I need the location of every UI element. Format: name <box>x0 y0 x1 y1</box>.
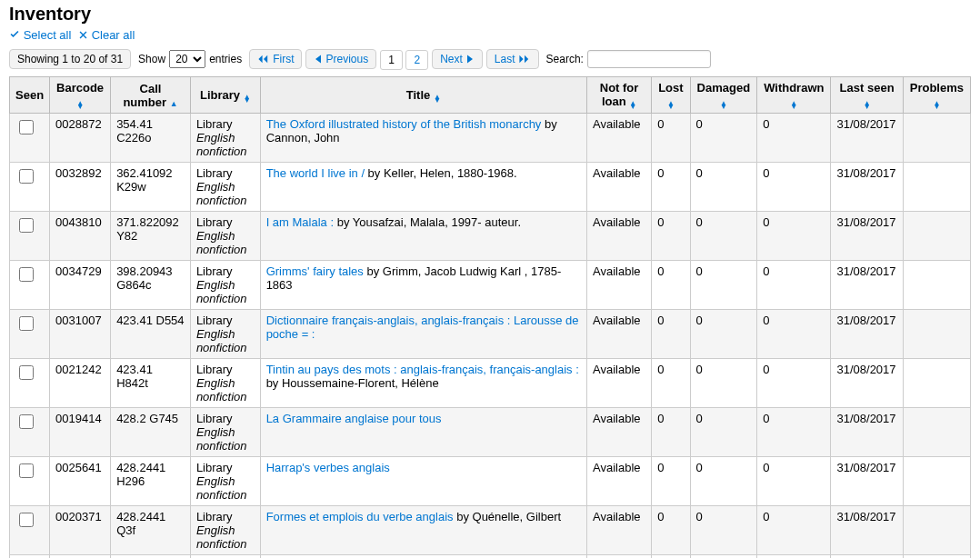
callnum-cell: 362.41092 K29w <box>111 163 191 212</box>
select-all-link[interactable]: Select all <box>9 28 75 42</box>
col-withdrawn[interactable]: Withdrawn ▲▼ <box>757 77 831 114</box>
col-callnum[interactable]: Call number ▲ <box>111 77 191 114</box>
row-checkbox[interactable] <box>19 365 34 380</box>
lost-cell: 0 <box>652 408 690 457</box>
problems-cell <box>903 359 970 408</box>
title-cell: Formes et emplois du verbe anglais by Qu… <box>260 506 586 555</box>
sort-icon: ▲▼ <box>629 102 636 109</box>
title-link[interactable]: Formes et emplois du verbe anglais <box>266 510 454 523</box>
withdrawn-cell: 0 <box>757 555 831 559</box>
col-lost[interactable]: Lost ▲▼ <box>652 77 690 114</box>
sort-icon: ▲▼ <box>790 102 797 109</box>
col-seen[interactable]: Seen <box>10 77 50 114</box>
next-button[interactable]: Next <box>432 49 483 69</box>
barcode-cell: 0043810 <box>50 212 111 261</box>
library-cell: LibraryEnglish nonfiction <box>190 555 260 559</box>
withdrawn-cell: 0 <box>757 408 831 457</box>
col-barcode[interactable]: Barcode ▲▼ <box>50 77 111 114</box>
library-cell: LibraryEnglish nonfiction <box>190 261 260 310</box>
title-link[interactable]: The Oxford illustrated history of the Br… <box>266 117 542 131</box>
lastseen-cell: 31/08/2017 <box>831 310 903 359</box>
damaged-cell: 0 <box>690 310 757 359</box>
row-checkbox[interactable] <box>19 267 34 282</box>
damaged-cell: 0 <box>690 261 757 310</box>
col-title[interactable]: Title ▲▼ <box>260 77 586 114</box>
sort-icon: ▲▼ <box>244 95 251 103</box>
lastseen-cell: 31/08/2017 <box>831 114 903 163</box>
table-row: 0034729398.20943 G864cLibraryEnglish non… <box>10 261 971 310</box>
barcode-cell: 0028872 <box>50 114 111 163</box>
col-lastseen[interactable]: Last seen ▲▼ <box>831 77 903 114</box>
col-library[interactable]: Library ▲▼ <box>190 77 260 114</box>
table-row: 0020371428.2441 Q3fLibraryEnglish nonfic… <box>10 506 971 555</box>
sort-icon: ▲▼ <box>667 102 675 109</box>
first-icon <box>257 54 270 65</box>
last-icon <box>518 54 531 65</box>
title-link[interactable]: Grimms' fairy tales <box>266 264 364 278</box>
problems-cell <box>903 506 970 555</box>
problems-cell <box>903 212 970 261</box>
title-link[interactable]: Dictionnaire français-anglais, anglais-f… <box>266 314 579 341</box>
damaged-cell: 0 <box>690 163 757 212</box>
lastseen-cell: 31/08/2017 <box>831 408 903 457</box>
title-cell: What time is it ? by Smith, A. G. <box>260 555 586 559</box>
close-icon <box>78 30 88 40</box>
pager-info: Showing 1 to 20 of 31 <box>9 49 131 69</box>
problems-cell <box>903 310 970 359</box>
problems-cell <box>903 555 970 559</box>
search-input[interactable] <box>587 50 711 68</box>
status-cell: Available <box>587 408 652 457</box>
row-checkbox[interactable] <box>19 316 34 331</box>
problems-cell <box>903 163 970 212</box>
table-row: 0028872354.41 C226oLibraryEnglish nonfic… <box>10 114 971 163</box>
previous-button[interactable]: Previous <box>305 49 376 69</box>
first-button[interactable]: First <box>249 49 302 69</box>
table-row: 0032892362.41092 K29wLibraryEnglish nonf… <box>10 163 971 212</box>
status-cell: Available <box>587 555 652 559</box>
sort-icon: ▲▼ <box>864 102 871 109</box>
check-icon <box>9 29 20 40</box>
page-length-select[interactable]: 20 <box>169 50 205 68</box>
title-link[interactable]: I am Malala : <box>266 215 334 229</box>
title-link[interactable]: Harrap's verbes anglais <box>266 461 390 474</box>
barcode-cell: 0031007 <box>50 310 111 359</box>
table-row: 0031007423.41 D554LibraryEnglish nonfict… <box>10 310 971 359</box>
damaged-cell: 0 <box>690 506 757 555</box>
page-number-1[interactable]: 1 <box>380 50 403 70</box>
row-checkbox[interactable] <box>19 463 34 478</box>
title-link[interactable]: Tintin au pays des mots : anglais-frança… <box>266 363 579 376</box>
damaged-cell: 0 <box>690 555 757 559</box>
withdrawn-cell: 0 <box>757 261 831 310</box>
title-cell: La Grammaire anglaise pour tous <box>260 408 586 457</box>
row-checkbox[interactable] <box>19 218 34 233</box>
library-cell: LibraryEnglish nonfiction <box>190 506 260 555</box>
damaged-cell: 0 <box>690 457 757 506</box>
lost-cell: 0 <box>652 506 690 555</box>
sort-icon: ▲▼ <box>720 102 727 109</box>
row-checkbox[interactable] <box>19 414 34 429</box>
lastseen-cell: 31/08/2017 <box>831 212 903 261</box>
lost-cell: 0 <box>652 114 690 163</box>
last-button[interactable]: Last <box>486 49 539 69</box>
library-cell: LibraryEnglish nonfiction <box>190 212 260 261</box>
col-damaged[interactable]: Damaged ▲▼ <box>690 77 757 114</box>
page-number-2[interactable]: 2 <box>405 50 428 70</box>
lost-cell: 0 <box>652 359 690 408</box>
col-notforloan[interactable]: Not for loan ▲▼ <box>587 77 652 114</box>
title-cell: Dictionnaire français-anglais, anglais-f… <box>260 310 586 359</box>
title-link[interactable]: La Grammaire anglaise pour tous <box>266 412 442 425</box>
table-row: 0021242423.41 H842tLibraryEnglish nonfic… <box>10 359 971 408</box>
barcode-cell: 0019414 <box>50 408 111 457</box>
title-link[interactable]: The world I live in / <box>266 166 365 180</box>
lost-cell: 0 <box>652 555 690 559</box>
next-icon <box>465 54 475 65</box>
row-checkbox[interactable] <box>19 169 34 184</box>
row-checkbox[interactable] <box>19 513 34 527</box>
barcode-cell: 0021242 <box>50 359 111 408</box>
row-checkbox[interactable] <box>19 120 34 135</box>
callnum-cell: 423.41 D554 <box>111 310 191 359</box>
clear-all-label: Clear all <box>92 28 135 42</box>
clear-all-link[interactable]: Clear all <box>78 28 135 42</box>
lastseen-cell: 31/08/2017 <box>831 359 903 408</box>
col-problems[interactable]: Problems ▲▼ <box>903 77 970 114</box>
